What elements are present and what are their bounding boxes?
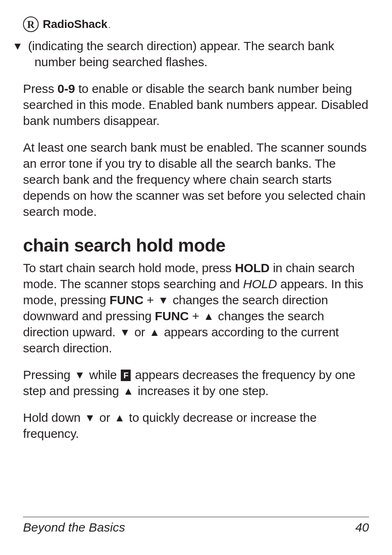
paragraph-2: Press 0-9 to enable or disable the searc…	[23, 81, 369, 129]
p6-a: Hold down	[23, 411, 84, 424]
down-triangle-icon: ▼	[74, 370, 86, 380]
paragraph-1: ▼ (indicating the search direction) appe…	[23, 38, 369, 70]
footer-title: Beyond the Basics	[23, 520, 125, 534]
logo-wordmark: RadioShack.	[43, 18, 111, 31]
display-hold: HOLD	[243, 277, 277, 291]
key-func-1: FUNC	[109, 293, 143, 307]
section-heading: chain search hold mode	[23, 235, 369, 256]
paragraph-4: To start chain search hold mode, press H…	[23, 260, 369, 356]
logo-text: RadioShack	[43, 18, 107, 30]
footer: Beyond the Basics 40	[23, 520, 369, 534]
down-triangle-icon: ▼	[23, 41, 25, 51]
p1-text: (indicating the search direction) appear…	[28, 39, 334, 69]
p4-or: or	[131, 325, 149, 339]
p5-a: Pressing	[23, 368, 74, 382]
down-triangle-icon: ▼	[84, 412, 96, 423]
brand-logo: R RadioShack.	[23, 16, 369, 32]
key-func-2: FUNC	[155, 309, 189, 323]
page-number: 40	[355, 520, 369, 534]
up-triangle-icon: ▲	[203, 311, 215, 321]
p2-b: to enable or disable the search bank num…	[23, 82, 368, 127]
up-triangle-icon: ▲	[113, 412, 126, 423]
p6-or: or	[96, 411, 114, 424]
p5-d: increases it by one step.	[134, 384, 269, 398]
paragraph-5: Pressing ▼ while F appears decreases the…	[23, 367, 369, 399]
key-hold: HOLD	[235, 261, 270, 275]
p5-b: while	[86, 368, 120, 382]
paragraph-3: At least one search bank must be enabled…	[23, 139, 369, 220]
p4-plus1: +	[143, 293, 157, 307]
p3-a: At least one search bank must be enabled…	[23, 141, 367, 218]
key-0-9: 0-9	[58, 82, 75, 95]
up-triangle-icon: ▲	[122, 386, 135, 396]
down-triangle-icon: ▼	[157, 295, 170, 305]
p4-plus2: +	[189, 309, 203, 323]
f-box-icon: F	[121, 370, 131, 381]
logo-dot: .	[108, 21, 111, 30]
p2-a: Press	[23, 82, 58, 95]
down-triangle-icon: ▼	[119, 327, 131, 338]
paragraph-6: Hold down ▼ or ▲ to quickly decrease or …	[23, 409, 369, 442]
flex-spacer	[23, 442, 369, 517]
p4-a: To start chain search hold mode, press	[23, 261, 235, 275]
up-triangle-icon: ▲	[148, 327, 161, 338]
footer-divider	[23, 517, 369, 517]
logo-r-circle: R	[23, 16, 39, 32]
